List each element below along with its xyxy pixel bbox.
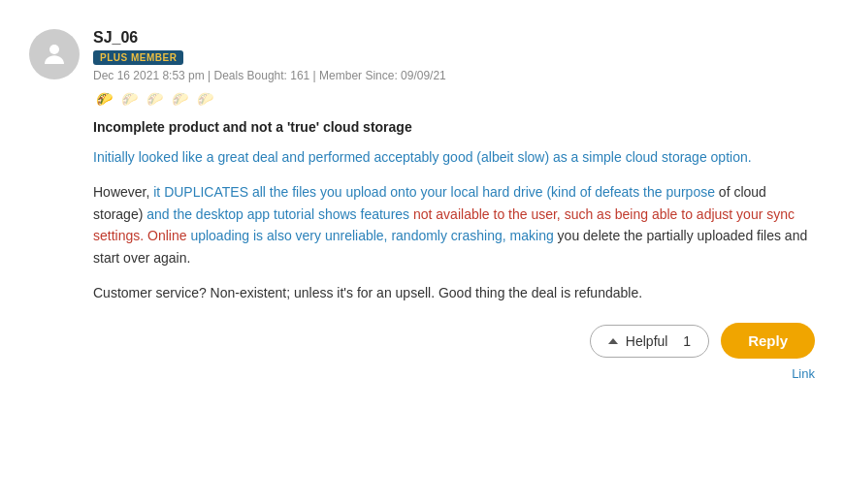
taco-icons: 🌮 🌮 🌮 🌮 🌮 xyxy=(93,88,446,110)
review-container: SJ_06 PLUS MEMBER Dec 16 2021 8:53 pm | … xyxy=(29,19,815,391)
taco-icon-3: 🌮 xyxy=(144,88,165,110)
taco-icon-2: 🌮 xyxy=(118,88,140,110)
review-paragraph-1: Initially looked like a great deal and p… xyxy=(93,146,815,168)
reply-button[interactable]: Reply xyxy=(721,323,815,359)
avatar xyxy=(29,29,80,79)
taco-icon-1: 🌮 xyxy=(93,88,114,110)
taco-icon-4: 🌮 xyxy=(169,88,190,110)
user-meta: Dec 16 2021 8:53 pm | Deals Bought: 161 … xyxy=(93,69,446,82)
link-anchor[interactable]: Link xyxy=(792,366,815,381)
username: SJ_06 xyxy=(93,29,446,47)
helpful-label: Helpful xyxy=(626,333,668,349)
review-body: Incomplete product and not a 'true' clou… xyxy=(93,119,815,381)
review-actions: Helpful 1 Reply xyxy=(93,323,815,359)
review-title: Incomplete product and not a 'true' clou… xyxy=(93,119,815,135)
chevron-up-icon xyxy=(608,338,618,344)
helpful-button[interactable]: Helpful 1 xyxy=(590,325,709,358)
taco-icon-5: 🌮 xyxy=(194,88,215,110)
link-row: Link xyxy=(93,366,815,381)
review-paragraph-2: However, it DUPLICATES all the files you… xyxy=(93,181,815,268)
svg-point-0 xyxy=(49,45,59,54)
plus-member-badge: PLUS MEMBER xyxy=(93,50,183,65)
review-header: SJ_06 PLUS MEMBER Dec 16 2021 8:53 pm | … xyxy=(29,29,815,110)
review-paragraph-3: Customer service? Non-existent; unless i… xyxy=(93,282,815,303)
user-info: SJ_06 PLUS MEMBER Dec 16 2021 8:53 pm | … xyxy=(93,29,446,110)
helpful-count: 1 xyxy=(683,333,691,349)
